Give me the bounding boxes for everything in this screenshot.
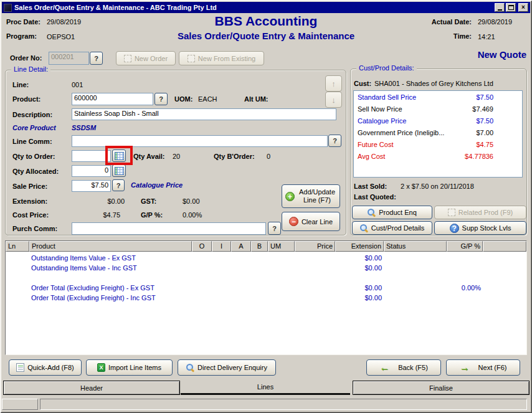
clear-line-button[interactable]: − Clear Line — [282, 212, 340, 231]
row-product: Order Total (Excluding Freight) - Inc GS… — [29, 294, 192, 301]
mode-indicator: New Quote — [478, 49, 526, 60]
cust-prod-details-button[interactable]: Cust/Prod Details — [352, 221, 432, 235]
last-quoted-label: Last Quoted: — [354, 193, 396, 201]
line-down-button[interactable]: ↓ — [325, 92, 342, 108]
status-bar-grip — [2, 399, 38, 410]
quick-add-label: Quick-Add (F8) — [27, 364, 74, 371]
gst-label: GST: — [141, 197, 156, 205]
related-prod-icon — [448, 209, 455, 216]
import-line-items-label: Import Line Items — [108, 364, 161, 371]
app-icon — [4, 4, 12, 12]
cust-prod-title: Cust/Prod Details: — [356, 64, 417, 72]
row-product: Outstanding Items Value - Ex GST — [29, 254, 192, 262]
gst-value: $0.00 — [183, 197, 200, 205]
qty-allocated-field[interactable]: 0 — [72, 165, 111, 177]
cust-value: SHA001 - Shades of Grey Kitchens Ltd — [374, 80, 493, 87]
price-row-value: $4.75 — [436, 141, 493, 148]
supp-stock-lvls-button[interactable]: ? Supp Stock Lvls — [434, 221, 526, 235]
new-order-button[interactable]: New Order — [116, 51, 176, 65]
app-window: Sales Order/Quote Entry & Maintenance - … — [0, 0, 532, 413]
price-row-label: Government Price (Ineligib... — [358, 129, 444, 136]
tab-header[interactable]: Header — [3, 381, 180, 395]
row-extension: $0.00 — [335, 294, 384, 301]
search-icon — [360, 224, 368, 232]
cust-label: Cust: — [354, 80, 371, 87]
tab-finalise[interactable]: Finalise — [353, 381, 530, 395]
column-header-b: B — [251, 241, 268, 252]
maximize-button[interactable] — [506, 3, 516, 12]
minimize-button[interactable] — [495, 3, 505, 12]
order-no-label: Order No: — [10, 54, 42, 62]
price-row-value: $7.50 — [436, 117, 493, 125]
back-label: Back (F5) — [398, 364, 428, 371]
table-row: Outstanding Items Value - Ex GST $0.00 — [6, 253, 526, 263]
price-row-value: $7.50 — [436, 93, 493, 101]
plus-circle-icon: + — [285, 192, 295, 201]
up-arrow-icon: ↑ — [331, 80, 336, 88]
close-button[interactable]: × — [518, 3, 528, 12]
help-icon: ? — [94, 55, 98, 62]
add-update-line-button[interactable]: + Add/Update Line (F7) — [282, 184, 340, 208]
search-icon — [368, 209, 376, 217]
sale-price-lookup-button[interactable]: ? — [112, 179, 125, 191]
order-no-lookup-button[interactable]: ? — [90, 52, 103, 65]
extension-label: Extension: — [12, 197, 47, 205]
price-row-label: Catalogue Price — [358, 117, 406, 125]
down-arrow-icon: ↓ — [331, 96, 336, 104]
product-enq-button[interactable]: Product Enq — [352, 206, 432, 219]
order-no-field[interactable]: 000201 — [49, 52, 89, 65]
direct-delivery-enquiry-button[interactable]: Direct Delivery Enquiry — [178, 359, 276, 376]
product-field[interactable]: 600000 — [72, 93, 153, 105]
table-row — [6, 273, 526, 283]
column-header-extension: Extension — [335, 241, 384, 252]
quick-add-button[interactable]: Quick-Add (F8) — [9, 359, 82, 376]
purch-comm-field[interactable] — [72, 222, 266, 235]
annotation-highlight-box — [105, 146, 133, 165]
product-lookup-button[interactable]: ? — [154, 93, 168, 105]
gp-label: G/P %: — [141, 211, 163, 219]
purch-comm-label: Purch Comm: — [12, 225, 57, 232]
column-header-filler — [483, 241, 526, 252]
row-extension: $0.00 — [335, 284, 384, 292]
window-title: Sales Order/Quote Entry & Maintenance - … — [14, 4, 493, 11]
import-line-items-button[interactable]: X Import Line Items — [86, 359, 173, 376]
direct-delivery-enquiry-label: Direct Delivery Enquiry — [197, 364, 267, 371]
calculator-grid-icon — [115, 167, 124, 175]
next-button[interactable]: → Next (F6) — [446, 359, 520, 376]
column-header-price: Price — [295, 241, 335, 252]
qty-border-label: Qty B'Order: — [214, 153, 255, 160]
line-comm-label: Line Comm: — [12, 138, 52, 145]
price-row-value: $7.469 — [436, 105, 493, 113]
tab-lines[interactable]: Lines — [181, 381, 350, 395]
row-gp: 0.00% — [447, 284, 483, 292]
table-row: Outstanding Items Value - Inc GST $0.00 — [6, 263, 526, 273]
gp-value: 0.00% — [183, 211, 202, 219]
new-order-label: New Order — [135, 55, 168, 62]
help-icon: ? — [333, 137, 337, 145]
table-row: Order Total (Excluding Freight) - Inc GS… — [6, 293, 526, 303]
help-icon: ? — [116, 182, 121, 189]
related-prod-button[interactable]: Related Prod (F9) — [434, 206, 526, 219]
spreadsheet-icon: X — [97, 363, 105, 372]
back-arrow-icon: ← — [379, 363, 389, 373]
qty-allocated-calculator-button[interactable] — [112, 164, 126, 177]
line-comm-lookup-button[interactable]: ? — [328, 135, 341, 147]
purch-comm-lookup-button[interactable]: ? — [268, 222, 281, 235]
last-sold-label: Last Sold: — [354, 183, 387, 190]
column-header-a: A — [231, 241, 251, 252]
proc-date-value: 29/08/2019 — [47, 18, 81, 26]
table-header-row: Ln Product O I A B UM Price Extension St… — [6, 241, 526, 252]
back-button[interactable]: ← Back (F5) — [366, 359, 441, 376]
description-field[interactable]: Stainless Soap Dish - Small — [72, 108, 336, 120]
column-header-o: O — [192, 241, 212, 252]
qty-to-order-label: Qty to Order: — [12, 153, 55, 160]
new-from-existing-button[interactable]: New From Existing — [179, 51, 264, 65]
cust-prod-details-label: Cust/Prod Details — [371, 224, 425, 232]
price-row-label: Standard Sell Price — [358, 93, 416, 101]
core-product-label: Core Product — [12, 124, 56, 131]
row-product: Order Total (Excluding Freight) - Ex GST — [29, 284, 192, 292]
sale-price-field[interactable]: $7.50 — [72, 180, 111, 192]
supp-stock-lvls-label: Supp Stock Lvls — [462, 224, 511, 232]
next-label: Next (F6) — [478, 364, 507, 371]
line-up-button[interactable]: ↑ — [325, 75, 342, 92]
